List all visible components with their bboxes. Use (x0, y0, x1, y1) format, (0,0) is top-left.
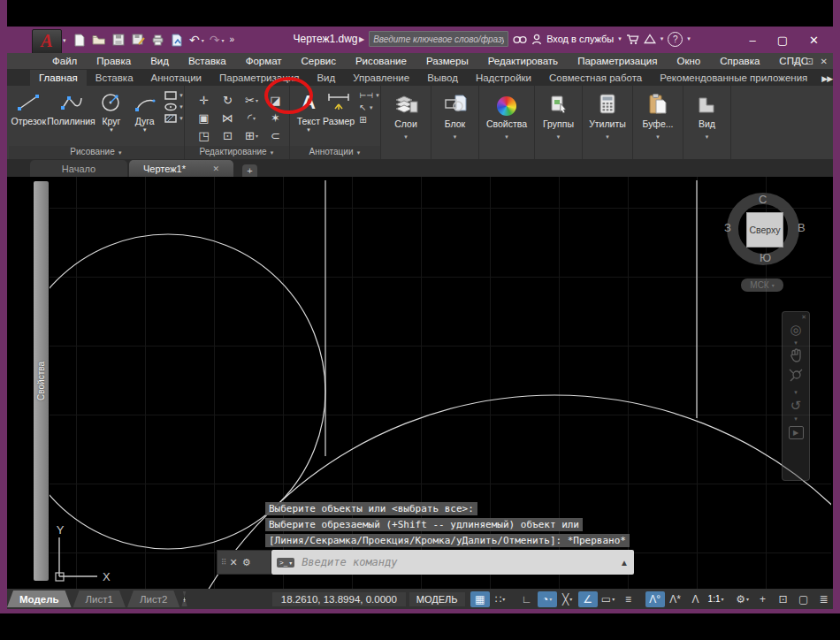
user-icon[interactable] (531, 31, 542, 47)
panel-modify-footer[interactable]: Редактирование▼ (185, 146, 289, 159)
trim-button[interactable]: ✂▾ (240, 91, 263, 109)
viewcube-face[interactable]: Сверху (746, 212, 783, 248)
help-caret-icon[interactable]: ▾ (687, 35, 691, 42)
stretch-button[interactable]: ◳ (192, 126, 216, 144)
text-caret-icon[interactable]: ▼ (306, 127, 311, 133)
mdi-close-button[interactable]: ✕ (821, 57, 828, 66)
copy-button[interactable]: ▣ (192, 109, 216, 126)
showmotion-icon[interactable]: ▶ (789, 426, 804, 439)
command-bar-grip-icon[interactable]: ⠿ (221, 558, 225, 567)
dim-linear-caret-icon[interactable]: ▼ (375, 93, 380, 98)
command-bar-close-icon[interactable]: ✕ (230, 557, 238, 568)
menu-parametric[interactable]: Параметризация (568, 56, 667, 66)
menu-format[interactable]: Формат (236, 56, 292, 66)
menu-file[interactable]: Файл (42, 56, 87, 66)
menu-help[interactable]: Справка (710, 56, 769, 66)
text-button[interactable]: A Текст ▼ (295, 89, 322, 133)
panel-utilities-caret-icon[interactable]: ▼ (605, 134, 610, 140)
object-snap-toggle[interactable]: ∠ (578, 591, 598, 607)
app-logo-button[interactable]: A (32, 29, 62, 55)
hatch-caret-icon[interactable]: ▼ (179, 116, 184, 121)
scale-button[interactable]: ⊡ (216, 126, 240, 144)
panel-draw-footer[interactable]: Рисование▼ (9, 146, 184, 159)
dynucs-caret-icon[interactable]: ▾ (612, 596, 615, 602)
dynamic-ucs-toggle[interactable]: ▭▾ (599, 591, 618, 607)
viewcube-wcs-button[interactable]: МСК ▾ (741, 278, 783, 292)
minimize-button[interactable]: – (750, 34, 756, 47)
dimension-button[interactable]: Размер (322, 89, 356, 126)
mdi-restore-button[interactable]: ⊡ (806, 57, 813, 66)
panel-properties[interactable]: Свойства ▼ (479, 86, 535, 159)
panel-clipboard-caret-icon[interactable]: ▼ (655, 134, 661, 140)
ellipse-button[interactable]: ▼ (164, 103, 184, 111)
layout-tab-list2[interactable]: Лист2 (127, 590, 179, 607)
mirror-button[interactable]: ⋈ (216, 109, 240, 126)
search-input[interactable] (369, 31, 508, 47)
search-binoculars-icon[interactable] (513, 31, 527, 47)
ribbon-tab-insert[interactable]: Вставка (87, 70, 142, 86)
panel-block-caret-icon[interactable]: ▼ (453, 134, 458, 140)
navbar-close-icon[interactable]: ✕ (801, 314, 806, 321)
lineweight-toggle[interactable]: ≡ (619, 591, 638, 607)
undo-icon[interactable]: ↶ (189, 33, 200, 47)
command-bar-customize-icon[interactable]: ⚙ (242, 557, 251, 568)
menu-modify[interactable]: Редактировать (478, 56, 568, 66)
command-history-expand-icon[interactable]: ▲ (620, 558, 629, 568)
help-icon[interactable]: ? (668, 32, 683, 47)
rotate-button[interactable]: ↻ (216, 91, 240, 109)
trim-caret-icon[interactable]: ▾ (256, 97, 258, 103)
ribbon-tab-annotate[interactable]: Аннотации (142, 70, 210, 86)
mdi-minimize-button[interactable]: – (794, 57, 799, 66)
offset-button[interactable]: ⊂ (263, 126, 287, 144)
zoom-caret-icon[interactable]: ▾ (794, 388, 798, 397)
panel-view[interactable]: Вид ▼ (683, 86, 731, 159)
ribbon-tab-collaborate[interactable]: Совместная работа (540, 70, 651, 86)
array-button[interactable]: ⊞▾ (240, 126, 263, 144)
dim-linear-button[interactable]: ⊢⊣▼ (359, 91, 380, 100)
annotation-autoscale-toggle[interactable]: Λ* (666, 591, 685, 607)
menu-view[interactable]: Вид (141, 56, 179, 66)
array-caret-icon[interactable]: ▾ (256, 133, 258, 139)
panel-utilities[interactable]: Утилиты ▼ (583, 86, 633, 159)
annotation-scale-button[interactable]: 1:1▾ (706, 591, 726, 607)
viewcube-west-label[interactable]: З (724, 221, 731, 234)
command-input[interactable] (300, 555, 615, 569)
panel-clipboard[interactable]: Буфе... ▼ (633, 86, 683, 159)
grid-toggle[interactable]: ▦ (470, 591, 490, 607)
arc-caret-icon[interactable]: ▼ (142, 127, 148, 133)
fillet-caret-icon[interactable]: ▾ (253, 115, 256, 121)
redo-icon[interactable]: ↷ (210, 33, 220, 47)
erase-button[interactable]: ◪ (263, 91, 287, 109)
rectangle-caret-icon[interactable]: ▼ (179, 93, 184, 98)
qat-overflow-icon[interactable]: » (230, 33, 235, 47)
signin-label[interactable]: Вход в службы (546, 34, 614, 44)
otrack-caret-icon[interactable]: ▾ (569, 596, 572, 602)
leader-caret-icon[interactable]: ▼ (369, 105, 374, 110)
layout-tab-add-button[interactable]: + (181, 591, 187, 606)
annotation-scale-icon[interactable]: Λ (686, 591, 706, 607)
isolate-objects-button[interactable]: ⊡ (774, 591, 793, 607)
navigation-wheel-icon[interactable]: ◎ (790, 321, 801, 339)
cart-icon[interactable] (626, 31, 639, 47)
zoom-icon[interactable] (788, 368, 804, 388)
close-button[interactable]: ✕ (809, 34, 819, 47)
menu-tools[interactable]: Сервис (292, 56, 346, 66)
ribbon-tab-featured-apps[interactable]: Рекомендованные приложения (651, 70, 816, 86)
command-prompt-icon[interactable]: >_▾ (277, 558, 294, 568)
rectangle-button[interactable]: ▼ (164, 91, 184, 100)
viewcube-south-label[interactable]: Ю (760, 251, 771, 264)
circle-button[interactable]: Круг ▼ (95, 89, 129, 133)
orbit-icon[interactable]: ↺ (790, 397, 802, 415)
panel-properties-caret-icon[interactable]: ▼ (504, 134, 509, 140)
viewcube-east-label[interactable]: В (798, 221, 806, 234)
model-space-button[interactable]: МОДЕЛЬ (409, 592, 465, 606)
panel-layers-caret-icon[interactable]: ▼ (403, 134, 409, 140)
search-expand-icon[interactable]: ▶ (359, 35, 364, 43)
file-tab-add-button[interactable]: + (242, 164, 257, 177)
gear-caret-icon[interactable]: ▾ (746, 596, 749, 602)
undo-caret-icon[interactable]: ▾ (202, 37, 204, 43)
annotation-visibility-toggle[interactable]: Λ° (645, 591, 665, 607)
file-tab-drawing1[interactable]: Чертеж1* ✕ (129, 160, 233, 177)
ribbon-tab-manage[interactable]: Управление (344, 70, 418, 86)
panel-annotation-footer[interactable]: Аннотации▼ (290, 146, 380, 159)
